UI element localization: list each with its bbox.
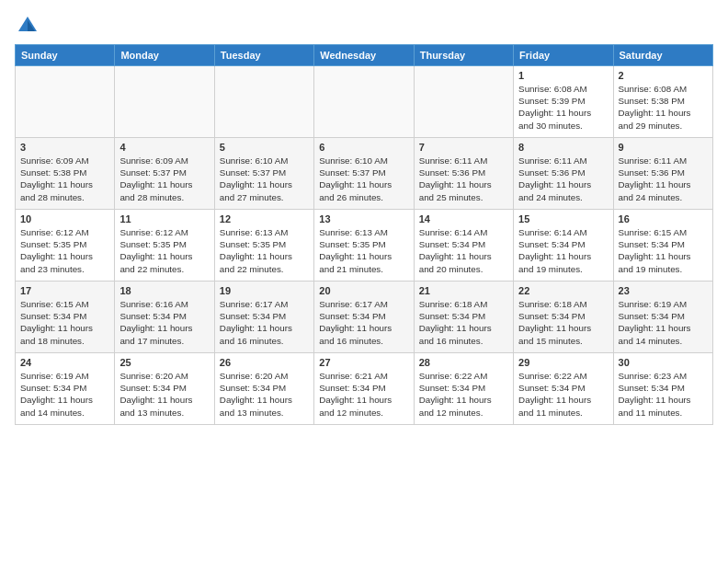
calendar-day-5: 5Sunrise: 6:10 AM Sunset: 5:37 PM Daylig… [214, 138, 313, 210]
day-info: Sunrise: 6:12 AM Sunset: 5:35 PM Dayligh… [20, 226, 109, 275]
day-info: Sunrise: 6:17 AM Sunset: 5:34 PM Dayligh… [319, 298, 408, 347]
day-number: 4 [119, 142, 209, 153]
day-info: Sunrise: 6:09 AM Sunset: 5:38 PM Dayligh… [20, 155, 109, 203]
logo [15, 13, 44, 39]
day-info: Sunrise: 6:10 AM Sunset: 5:37 PM Dayligh… [220, 155, 309, 203]
day-number: 24 [20, 357, 109, 368]
day-info: Sunrise: 6:13 AM Sunset: 5:35 PM Dayligh… [319, 226, 408, 275]
calendar-day-18: 18Sunrise: 6:16 AM Sunset: 5:34 PM Dayli… [115, 282, 214, 353]
day-number: 13 [319, 213, 408, 224]
day-info: Sunrise: 6:15 AM Sunset: 5:34 PM Dayligh… [619, 226, 708, 275]
calendar-week-2: 3Sunrise: 6:09 AM Sunset: 5:38 PM Daylig… [16, 138, 713, 210]
day-info: Sunrise: 6:14 AM Sunset: 5:34 PM Dayligh… [419, 226, 508, 275]
calendar: SundayMondayTuesdayWednesdayThursdayFrid… [15, 44, 713, 425]
page-header [15, 13, 713, 39]
empty-cell [414, 66, 513, 138]
day-number: 20 [319, 285, 408, 296]
day-number: 25 [119, 357, 209, 368]
empty-cell [314, 66, 414, 138]
day-info: Sunrise: 6:20 AM Sunset: 5:34 PM Dayligh… [220, 370, 309, 419]
day-number: 30 [619, 357, 708, 368]
day-info: Sunrise: 6:22 AM Sunset: 5:34 PM Dayligh… [419, 370, 508, 419]
calendar-day-20: 20Sunrise: 6:17 AM Sunset: 5:34 PM Dayli… [314, 282, 414, 353]
empty-cell [214, 66, 313, 138]
day-number: 15 [518, 213, 608, 224]
day-number: 2 [619, 70, 708, 81]
empty-cell [115, 66, 214, 138]
calendar-day-6: 6Sunrise: 6:10 AM Sunset: 5:37 PM Daylig… [314, 138, 414, 210]
calendar-day-26: 26Sunrise: 6:20 AM Sunset: 5:34 PM Dayli… [214, 353, 313, 425]
calendar-day-23: 23Sunrise: 6:19 AM Sunset: 5:34 PM Dayli… [613, 282, 712, 353]
day-number: 8 [518, 142, 608, 153]
weekday-header-friday: Friday [514, 45, 613, 66]
day-number: 3 [20, 142, 109, 153]
calendar-day-4: 4Sunrise: 6:09 AM Sunset: 5:37 PM Daylig… [115, 138, 214, 210]
day-info: Sunrise: 6:09 AM Sunset: 5:37 PM Dayligh… [119, 155, 209, 203]
day-info: Sunrise: 6:11 AM Sunset: 5:36 PM Dayligh… [619, 155, 708, 203]
day-number: 28 [419, 357, 508, 368]
calendar-day-3: 3Sunrise: 6:09 AM Sunset: 5:38 PM Daylig… [16, 138, 115, 210]
day-info: Sunrise: 6:15 AM Sunset: 5:34 PM Dayligh… [20, 298, 109, 347]
day-info: Sunrise: 6:10 AM Sunset: 5:37 PM Dayligh… [319, 155, 408, 203]
calendar-day-12: 12Sunrise: 6:13 AM Sunset: 5:35 PM Dayli… [214, 210, 313, 282]
calendar-day-13: 13Sunrise: 6:13 AM Sunset: 5:35 PM Dayli… [314, 210, 414, 282]
logo-icon [15, 13, 40, 39]
day-number: 10 [20, 213, 109, 224]
calendar-day-19: 19Sunrise: 6:17 AM Sunset: 5:34 PM Dayli… [214, 282, 313, 353]
day-number: 5 [220, 142, 309, 153]
day-info: Sunrise: 6:21 AM Sunset: 5:34 PM Dayligh… [319, 370, 408, 419]
calendar-day-30: 30Sunrise: 6:23 AM Sunset: 5:34 PM Dayli… [613, 353, 712, 425]
calendar-week-1: 1Sunrise: 6:08 AM Sunset: 5:39 PM Daylig… [16, 66, 713, 138]
calendar-day-24: 24Sunrise: 6:19 AM Sunset: 5:34 PM Dayli… [16, 353, 115, 425]
calendar-day-21: 21Sunrise: 6:18 AM Sunset: 5:34 PM Dayli… [414, 282, 513, 353]
day-number: 6 [319, 142, 408, 153]
day-info: Sunrise: 6:16 AM Sunset: 5:34 PM Dayligh… [119, 298, 209, 347]
calendar-day-15: 15Sunrise: 6:14 AM Sunset: 5:34 PM Dayli… [514, 210, 613, 282]
day-info: Sunrise: 6:08 AM Sunset: 5:38 PM Dayligh… [619, 83, 708, 132]
calendar-header: SundayMondayTuesdayWednesdayThursdayFrid… [16, 45, 713, 66]
day-info: Sunrise: 6:08 AM Sunset: 5:39 PM Dayligh… [518, 83, 608, 132]
calendar-day-7: 7Sunrise: 6:11 AM Sunset: 5:36 PM Daylig… [414, 138, 513, 210]
day-number: 9 [619, 142, 708, 153]
day-number: 17 [20, 285, 109, 296]
day-number: 29 [518, 357, 608, 368]
day-info: Sunrise: 6:18 AM Sunset: 5:34 PM Dayligh… [419, 298, 508, 347]
weekday-header-tuesday: Tuesday [214, 45, 313, 66]
calendar-day-17: 17Sunrise: 6:15 AM Sunset: 5:34 PM Dayli… [16, 282, 115, 353]
day-number: 16 [619, 213, 708, 224]
day-number: 26 [220, 357, 309, 368]
day-info: Sunrise: 6:20 AM Sunset: 5:34 PM Dayligh… [119, 370, 209, 419]
day-info: Sunrise: 6:13 AM Sunset: 5:35 PM Dayligh… [220, 226, 309, 275]
weekday-header-wednesday: Wednesday [314, 45, 414, 66]
calendar-day-10: 10Sunrise: 6:12 AM Sunset: 5:35 PM Dayli… [16, 210, 115, 282]
day-number: 11 [119, 213, 209, 224]
day-info: Sunrise: 6:12 AM Sunset: 5:35 PM Dayligh… [119, 226, 209, 275]
day-info: Sunrise: 6:19 AM Sunset: 5:34 PM Dayligh… [619, 298, 708, 347]
day-info: Sunrise: 6:14 AM Sunset: 5:34 PM Dayligh… [518, 226, 608, 275]
page: SundayMondayTuesdayWednesdayThursdayFrid… [0, 0, 728, 563]
calendar-day-16: 16Sunrise: 6:15 AM Sunset: 5:34 PM Dayli… [613, 210, 712, 282]
calendar-day-2: 2Sunrise: 6:08 AM Sunset: 5:38 PM Daylig… [613, 66, 712, 138]
calendar-day-29: 29Sunrise: 6:22 AM Sunset: 5:34 PM Dayli… [514, 353, 613, 425]
day-number: 18 [119, 285, 209, 296]
weekday-header-row: SundayMondayTuesdayWednesdayThursdayFrid… [16, 45, 713, 66]
day-number: 23 [619, 285, 708, 296]
day-number: 7 [419, 142, 508, 153]
calendar-day-25: 25Sunrise: 6:20 AM Sunset: 5:34 PM Dayli… [115, 353, 214, 425]
calendar-day-22: 22Sunrise: 6:18 AM Sunset: 5:34 PM Dayli… [514, 282, 613, 353]
calendar-day-27: 27Sunrise: 6:21 AM Sunset: 5:34 PM Dayli… [314, 353, 414, 425]
day-info: Sunrise: 6:23 AM Sunset: 5:34 PM Dayligh… [619, 370, 708, 419]
calendar-body: 1Sunrise: 6:08 AM Sunset: 5:39 PM Daylig… [16, 66, 713, 425]
day-number: 12 [220, 213, 309, 224]
calendar-day-8: 8Sunrise: 6:11 AM Sunset: 5:36 PM Daylig… [514, 138, 613, 210]
weekday-header-monday: Monday [115, 45, 214, 66]
weekday-header-sunday: Sunday [16, 45, 115, 66]
calendar-day-9: 9Sunrise: 6:11 AM Sunset: 5:36 PM Daylig… [613, 138, 712, 210]
day-info: Sunrise: 6:19 AM Sunset: 5:34 PM Dayligh… [20, 370, 109, 419]
day-info: Sunrise: 6:18 AM Sunset: 5:34 PM Dayligh… [518, 298, 608, 347]
weekday-header-thursday: Thursday [414, 45, 513, 66]
calendar-day-14: 14Sunrise: 6:14 AM Sunset: 5:34 PM Dayli… [414, 210, 513, 282]
calendar-day-11: 11Sunrise: 6:12 AM Sunset: 5:35 PM Dayli… [115, 210, 214, 282]
day-number: 19 [220, 285, 309, 296]
day-info: Sunrise: 6:11 AM Sunset: 5:36 PM Dayligh… [419, 155, 508, 203]
